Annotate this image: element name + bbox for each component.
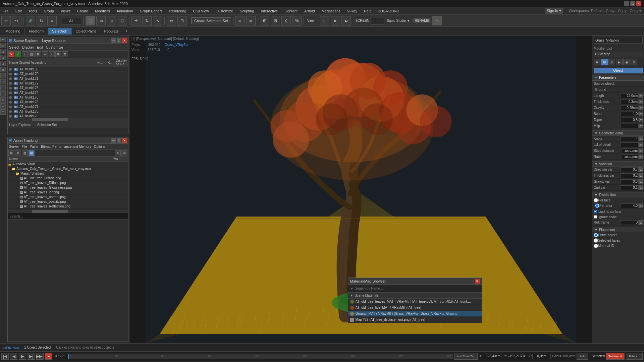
asset-tb-2[interactable]: ⊟ bbox=[15, 150, 21, 156]
dir-var-up[interactable]: ▲ bbox=[639, 167, 643, 170]
layers-btn[interactable]: ▥ bbox=[246, 16, 256, 25]
render-region-btn[interactable]: ⬕ bbox=[341, 16, 351, 25]
asset-tb-settings[interactable]: ⚙ bbox=[121, 150, 127, 156]
taper-up[interactable]: ▲ bbox=[639, 118, 643, 120]
rp-motion-icon[interactable]: ▶ bbox=[616, 59, 623, 65]
asset-restore[interactable]: □ bbox=[117, 138, 121, 143]
asset-row-3[interactable]: 🖼AT_live_tree_Diffuse.png bbox=[8, 176, 128, 181]
scene-toolbar-check[interactable]: ✓ bbox=[15, 51, 21, 57]
grav-var-down[interactable]: ▼ bbox=[639, 182, 643, 184]
angle-snap-btn[interactable]: ∡ bbox=[281, 16, 291, 25]
footer-selection-set[interactable]: Selection Set bbox=[37, 123, 57, 127]
scene-row-7[interactable]: 👁 AT_trunk176 bbox=[8, 100, 128, 105]
scene-row-4[interactable]: 👁 AT_trunk173 bbox=[8, 86, 128, 90]
mat-item-1[interactable]: AT_old_tree_live_MAT ( VRayMtl ) [AT_tre… bbox=[348, 305, 482, 311]
mat-list[interactable]: AT_old_tree_leaves_MAT ( VRayMtl ) [AT_t… bbox=[348, 299, 482, 323]
sidebar-icon-4[interactable]: ⊞ bbox=[0, 55, 6, 60]
asset-col-name[interactable]: Name bbox=[8, 157, 111, 162]
go-start-btn[interactable]: |◀ bbox=[1, 353, 9, 360]
entire-object-radio[interactable] bbox=[594, 233, 598, 237]
asset-row-5[interactable]: 🖼AT_tree_leaves_Glossiness.png bbox=[8, 185, 128, 190]
grav-var-up[interactable]: ▲ bbox=[639, 179, 643, 182]
menu-file[interactable]: File bbox=[1, 8, 10, 14]
mat-search-input[interactable] bbox=[355, 287, 479, 290]
sidebar-icon-13[interactable]: ⊽ bbox=[0, 109, 6, 115]
render-btn[interactable]: ▶ bbox=[331, 16, 340, 25]
col-display[interactable]: Display as Bo bbox=[114, 58, 128, 67]
menu-tools[interactable]: Tools bbox=[27, 8, 39, 14]
workspace-selector[interactable]: Squid Studio ▼ bbox=[385, 19, 411, 22]
sidebar-icon-6[interactable]: ⊠ bbox=[0, 67, 6, 72]
rp-hierarchy-icon[interactable]: ⊞ bbox=[608, 59, 615, 65]
asset-hscrollbar[interactable] bbox=[8, 210, 128, 213]
scene-toolbar-extra[interactable]: ⊠ bbox=[62, 51, 68, 57]
grav-var-input[interactable] bbox=[620, 179, 639, 184]
scene-table-container[interactable]: Name (Sorted Ascending) Fr... R... Displ… bbox=[8, 58, 128, 118]
rp-create-icon[interactable]: ✱ bbox=[594, 59, 600, 65]
scene-row-2[interactable]: 👁 AT_trunk171 bbox=[8, 76, 128, 81]
curl-var-up[interactable]: ▲ bbox=[639, 185, 643, 188]
asset-menu-server[interactable]: Server bbox=[9, 145, 19, 148]
asset-close[interactable]: ✕ bbox=[122, 138, 127, 143]
taper-down[interactable]: ▼ bbox=[639, 120, 643, 122]
asset-row-4[interactable]: 🖼AT_tree_leaves_Diffuse.png bbox=[8, 181, 128, 185]
scene-menu-display[interactable]: Display bbox=[22, 45, 34, 49]
asset-tb-3[interactable]: ▤ bbox=[22, 150, 28, 156]
scene-explorer-restore[interactable]: □ bbox=[117, 38, 121, 43]
uvw-map-item[interactable]: UVW Map bbox=[594, 52, 643, 57]
asset-row-8[interactable]: 🖼AT_tree_leaves_opacity.png bbox=[8, 199, 128, 204]
lvl-input[interactable] bbox=[620, 142, 639, 147]
asset-row-7[interactable]: 🖼AT_tree_leaves_normal.png bbox=[8, 195, 128, 199]
restore-btn[interactable]: □ bbox=[630, 1, 635, 6]
mtlp-input[interactable] bbox=[620, 124, 639, 128]
timeline-track[interactable]: 0 25 50 75 100 125 150 175 200 bbox=[68, 354, 453, 359]
menu-3dground[interactable]: 3DGROUND bbox=[377, 8, 401, 14]
menu-group[interactable]: Group bbox=[42, 8, 55, 14]
asset-tb-1[interactable]: ⊞ bbox=[8, 150, 14, 156]
scene-toolbar-list[interactable]: ≡ bbox=[42, 51, 48, 57]
variation-header[interactable]: ▼ Variation bbox=[592, 161, 644, 167]
warning-btn[interactable]: ⚠ bbox=[432, 16, 442, 25]
scene-row-3[interactable]: 👁 AT_trunk172 bbox=[8, 81, 128, 86]
scene-row-9[interactable]: 👁 AT_trunk178 bbox=[8, 109, 128, 114]
scale-btn[interactable]: ⤡ bbox=[153, 16, 162, 25]
per-area-input[interactable] bbox=[620, 203, 639, 208]
menu-create[interactable]: Create bbox=[76, 8, 90, 14]
lvl-up[interactable]: ▲ bbox=[639, 142, 643, 145]
go-end-btn[interactable]: ▶▶| bbox=[36, 353, 44, 360]
asset-row-9[interactable]: 🖼AT_tree_leaves_Reflection.png bbox=[8, 204, 128, 209]
sidebar-icon-1[interactable]: ✱ bbox=[0, 37, 6, 42]
scene-toolbar-obj[interactable]: ▤ bbox=[29, 51, 35, 57]
bend-down[interactable]: ▼ bbox=[639, 114, 643, 116]
ref-frame-up[interactable]: ▲ bbox=[639, 220, 643, 223]
ignore-scale-check[interactable] bbox=[594, 215, 597, 219]
per-area-radio[interactable] bbox=[595, 203, 599, 208]
menu-content[interactable]: Content bbox=[283, 8, 299, 14]
menu-views[interactable]: Views bbox=[59, 8, 72, 14]
thick-var-input[interactable] bbox=[620, 173, 639, 178]
fence-select-btn[interactable]: ⬡ bbox=[118, 16, 127, 25]
menu-arnold[interactable]: Arnold bbox=[303, 8, 316, 14]
ref-frame-down[interactable]: ▼ bbox=[639, 223, 643, 225]
scene-menu-edit[interactable]: Edit bbox=[37, 45, 43, 49]
scene-menu-customize[interactable]: Customize bbox=[46, 45, 63, 49]
tab-modeling[interactable]: Modeling bbox=[1, 28, 25, 35]
menu-modifiers[interactable]: Modifiers bbox=[94, 8, 111, 14]
scene-row-8[interactable]: 👁 AT_trunk177 bbox=[8, 105, 128, 109]
rect-select-btn[interactable]: ▭ bbox=[96, 16, 106, 25]
dir-var-down[interactable]: ▼ bbox=[639, 170, 643, 172]
lvl-down[interactable]: ▼ bbox=[639, 145, 643, 147]
move-btn[interactable]: ✛ bbox=[131, 16, 141, 25]
scene-toolbar-filter[interactable]: ⊟ bbox=[55, 51, 61, 57]
material-id-radio[interactable] bbox=[594, 244, 598, 248]
parameters-header[interactable]: ▼ Parameters bbox=[592, 75, 644, 81]
scene-toolbar-sort[interactable]: ↕ bbox=[49, 51, 55, 57]
minimize-btn[interactable]: — bbox=[624, 1, 629, 6]
col-fr[interactable]: Fr... bbox=[96, 58, 106, 67]
gravity-down[interactable]: ▼ bbox=[639, 108, 643, 110]
scene-hscrollbar[interactable] bbox=[8, 118, 128, 121]
menu-help[interactable]: Help bbox=[363, 8, 373, 14]
scene-toolbar-tree[interactable]: ⊞ bbox=[35, 51, 41, 57]
curl-var-input[interactable] bbox=[620, 185, 639, 190]
select-btn[interactable]: ⬚ bbox=[86, 16, 95, 25]
